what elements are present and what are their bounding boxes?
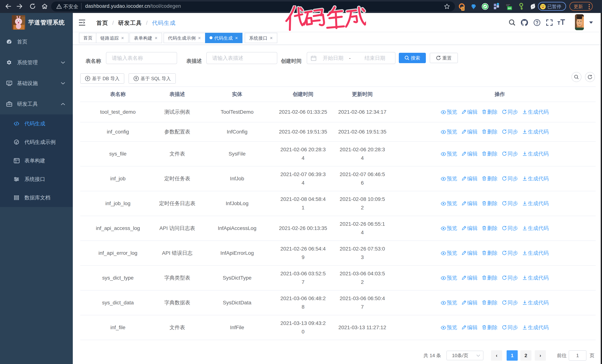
svg-text:1: 1 xyxy=(462,7,464,10)
svg-text:on: on xyxy=(508,7,511,10)
